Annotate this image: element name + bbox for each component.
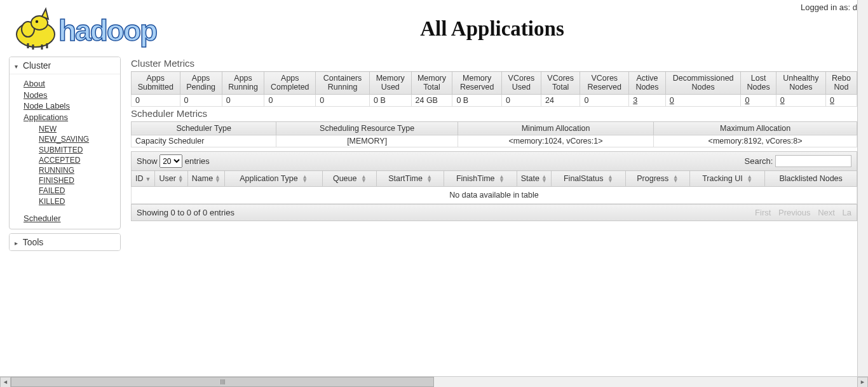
datatable-empty: No data available in table bbox=[132, 187, 857, 204]
nav-nodes[interactable]: Nodes bbox=[24, 90, 118, 101]
cm-h-apps-pending[interactable]: Apps Pending bbox=[180, 72, 222, 95]
cm-h-vcores-used[interactable]: VCores Used bbox=[501, 72, 541, 95]
pager-next[interactable]: Next bbox=[813, 208, 835, 217]
cm-h-lost-nodes[interactable]: Lost Nodes bbox=[741, 72, 776, 95]
col-progress[interactable]: Progress ▲▼ bbox=[625, 171, 689, 187]
nav-app-new[interactable]: NEW bbox=[39, 124, 118, 134]
cm-h-containers-running[interactable]: Containers Running bbox=[316, 72, 370, 95]
nav-app-submitted[interactable]: SUBMITTED bbox=[39, 145, 118, 155]
cm-v-decommissioned-nodes[interactable]: 0 bbox=[665, 94, 741, 106]
col-state[interactable]: State▲▼ bbox=[517, 171, 551, 187]
cm-h-label: Containers Running bbox=[323, 74, 362, 92]
pager-first[interactable]: First bbox=[750, 208, 771, 217]
nav-list-cluster: About Nodes Node Labels Applications NEW… bbox=[10, 74, 120, 229]
cm-v-active-nodes[interactable]: 3 bbox=[629, 94, 666, 106]
cm-v-memory-reserved: 0 B bbox=[452, 94, 502, 106]
col-id[interactable]: ID▼ bbox=[132, 171, 155, 187]
cm-h-label: VCores Reserved bbox=[588, 74, 622, 92]
cm-h-memory-total[interactable]: Memory Total bbox=[411, 72, 452, 95]
scroll-track[interactable] bbox=[11, 377, 857, 387]
nav-node-labels[interactable]: Node Labels bbox=[24, 100, 118, 112]
cm-h-vcores-total[interactable]: VCores Total bbox=[541, 72, 580, 95]
nav-app-accepted[interactable]: ACCEPTED bbox=[39, 155, 118, 165]
col-label: FinalStatus bbox=[564, 174, 604, 183]
nav-head-tools[interactable]: ▸ Tools bbox=[10, 234, 120, 250]
col-user[interactable]: User▲▼ bbox=[155, 171, 187, 187]
cm-v-rebooted-nodes[interactable]: 0 bbox=[826, 94, 857, 106]
caret-down-icon: ▾ bbox=[15, 63, 18, 70]
col-finalstatus[interactable]: FinalStatus ▲▼ bbox=[551, 171, 625, 187]
pager-previous[interactable]: Previous bbox=[773, 208, 811, 217]
cm-v-lost-nodes[interactable]: 0 bbox=[741, 94, 776, 106]
horizontal-scrollbar[interactable]: ◄ ► bbox=[0, 376, 868, 387]
sort-icon: ▲▼ bbox=[499, 175, 505, 182]
nav-app-new-saving[interactable]: NEW_SAVING bbox=[39, 134, 118, 144]
cm-h-memory-reserved[interactable]: Memory Reserved bbox=[452, 72, 502, 95]
scroll-left-arrow-icon[interactable]: ◄ bbox=[0, 377, 11, 388]
table-row: 0 0 0 0 0 0 B 24 GB 0 B 0 24 0 3 bbox=[132, 94, 857, 106]
cm-h-apps-submitted[interactable]: Apps Submitted bbox=[132, 72, 180, 95]
main: Cluster Metrics Apps Submitted Apps Pend… bbox=[131, 57, 857, 255]
search-input[interactable] bbox=[775, 155, 851, 167]
cm-v-containers-running: 0 bbox=[316, 94, 370, 106]
cm-h-decommissioned-nodes[interactable]: Decommissioned Nodes bbox=[665, 72, 741, 95]
cm-h-rebooted-nodes[interactable]: Rebo Nod bbox=[826, 72, 857, 95]
page-size-select[interactable]: 20 bbox=[159, 154, 182, 168]
nav-app-finished[interactable]: FINISHED bbox=[39, 175, 118, 186]
sm-h-resource-type[interactable]: Scheduling Resource Type bbox=[276, 121, 458, 135]
col-tracking-ui[interactable]: Tracking UI ▲▼ bbox=[689, 171, 764, 187]
cm-h-vcores-reserved[interactable]: VCores Reserved bbox=[580, 72, 629, 95]
show-prefix: Show bbox=[137, 156, 158, 166]
col-blacklisted-nodes[interactable]: Blacklisted Nodes bbox=[765, 171, 857, 187]
page-title: All Applications bbox=[200, 17, 848, 41]
nav-app-running[interactable]: RUNNING bbox=[39, 165, 118, 175]
cm-v-vcores-total: 24 bbox=[541, 94, 580, 106]
vertical-scrollbar[interactable] bbox=[857, 0, 868, 376]
sm-v-scheduler-type: Capacity Scheduler bbox=[132, 135, 276, 147]
svg-text:hadoop: hadoop bbox=[58, 14, 157, 47]
cm-h-apps-completed[interactable]: Apps Completed bbox=[264, 72, 316, 95]
cm-h-memory-used[interactable]: Memory Used bbox=[369, 72, 411, 95]
cm-link: 0 bbox=[670, 96, 674, 105]
cm-v-unhealthy-nodes[interactable]: 0 bbox=[776, 94, 825, 106]
cm-h-label: Memory Total bbox=[417, 74, 446, 92]
col-application-type[interactable]: Application Type ▲▼ bbox=[225, 171, 323, 187]
sm-h-max-allocation[interactable]: Maximum Allocation bbox=[654, 121, 857, 135]
cm-v-apps-running: 0 bbox=[222, 94, 264, 106]
sm-h-label: Scheduling Resource Type bbox=[320, 124, 414, 133]
nav-head-cluster[interactable]: ▾ Cluster bbox=[10, 57, 120, 74]
sm-v-min-allocation: <memory:1024, vCores:1> bbox=[458, 135, 653, 147]
datatable-pager: First Previous Next La bbox=[750, 208, 851, 217]
scheduler-metrics-table: Scheduler Type Scheduling Resource Type … bbox=[131, 121, 857, 147]
sort-icon: ▲▼ bbox=[607, 175, 613, 182]
svg-point-3 bbox=[36, 20, 38, 23]
cm-h-label: Memory Reserved bbox=[460, 74, 494, 92]
sort-icon: ▲▼ bbox=[541, 175, 547, 182]
col-queue[interactable]: Queue ▲▼ bbox=[323, 171, 377, 187]
sm-h-min-allocation[interactable]: Minimum Allocation bbox=[458, 121, 653, 135]
cm-h-apps-running[interactable]: Apps Running bbox=[222, 72, 264, 95]
pager-last[interactable]: La bbox=[837, 208, 851, 217]
col-label: State bbox=[521, 174, 539, 183]
sm-h-scheduler-type[interactable]: Scheduler Type bbox=[132, 121, 276, 135]
cm-h-active-nodes[interactable]: Active Nodes bbox=[629, 72, 666, 95]
cm-link: 0 bbox=[780, 96, 785, 105]
col-label: Application Type bbox=[240, 174, 298, 183]
scroll-thumb[interactable] bbox=[11, 377, 434, 387]
cm-link: 0 bbox=[745, 96, 749, 105]
nav-applications[interactable]: Applications bbox=[24, 112, 118, 123]
applications-table: ID▼ User▲▼ Name▲▼ Application Type ▲▼ Qu… bbox=[131, 170, 857, 204]
nav-scheduler[interactable]: Scheduler bbox=[24, 213, 118, 224]
col-finishtime[interactable]: FinishTime ▲▼ bbox=[444, 171, 517, 187]
col-name[interactable]: Name▲▼ bbox=[187, 171, 224, 187]
nav-app-killed[interactable]: KILLED bbox=[39, 196, 118, 207]
nav-about[interactable]: About bbox=[24, 78, 118, 90]
nav-app-failed[interactable]: FAILED bbox=[39, 186, 118, 196]
col-label: Progress bbox=[637, 174, 668, 183]
scroll-right-arrow-icon[interactable]: ► bbox=[857, 377, 868, 388]
cm-h-unhealthy-nodes[interactable]: Unhealthy Nodes bbox=[776, 72, 825, 95]
show-suffix: entries bbox=[185, 156, 210, 166]
nav-head-label: Tools bbox=[23, 237, 44, 247]
col-starttime[interactable]: StartTime ▲▼ bbox=[377, 171, 444, 187]
sort-icon: ▲▼ bbox=[426, 175, 432, 182]
